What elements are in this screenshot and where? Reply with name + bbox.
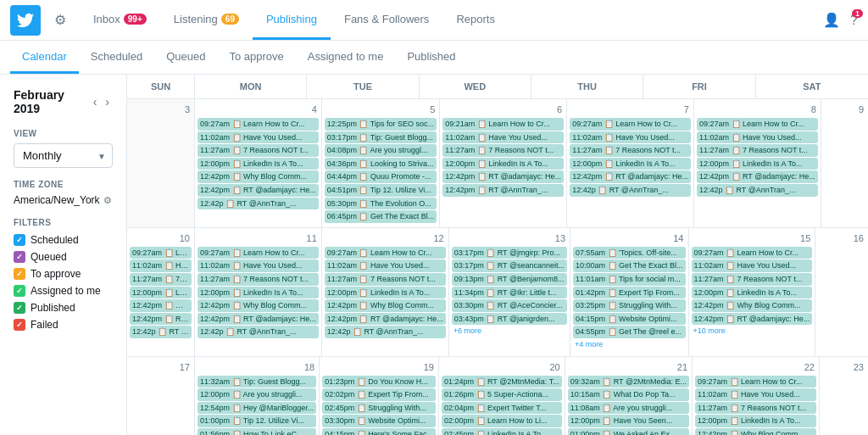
calendar-event[interactable]: 12:42pm 📋 RT @adamjayc: He... [442,170,564,183]
calendar-event[interactable]: 03:17pm 📋 RT @jmgirp: Pro... [452,247,567,259]
calendar-event[interactable]: 04:55pm 📋 Get The @reel e... [573,326,685,338]
calendar-event[interactable]: 12:42pm 📋 RT @adamjayc: He... [198,184,319,197]
calendar-event[interactable]: 12:42pm 📋 Why Blog Comm... [198,170,319,183]
filter-to-approve[interactable]: To approve [14,268,113,280]
more-events-link[interactable]: +10 more [692,326,813,336]
calendar-event[interactable]: 11:02am 📋 Have You Used... [570,131,691,144]
calendar-event[interactable]: 12:42pm 📋 Why Blog Comm... [198,299,319,312]
twitter-logo[interactable] [10,5,41,36]
calendar-event[interactable]: 11:27am 📋 7 Reasons NOT t... [198,273,319,286]
calendar-event[interactable]: 01:56pm 📋 How To Link eC... [198,428,316,435]
calendar-event[interactable]: 05:30pm 📋 The Evolution O... [325,198,437,210]
calendar-event[interactable]: 03:17pm 📋 RT @seancanneit... [452,259,567,272]
calendar-event[interactable]: 12:00pm 📋 LinkedIn Is A To... [570,158,691,170]
calendar-event[interactable]: 03:30pm 📋 Website Optimi... [322,415,436,427]
calendar-event[interactable]: 01:00pm 📋 Tip 12. Utilize Vi... [198,415,316,427]
calendar-event[interactable]: 04:51pm 📋 Tip 12. Utilize Vi... [325,184,437,197]
calendar-event[interactable]: 12:00pm 📋 LinkedIn Is A To... [692,287,813,299]
calendar-event[interactable]: 11:27am 📋 7 Reasons NOT t... [697,144,818,157]
calendar-event[interactable]: 12:42pm 📋 RT @adamjayc: He... [570,170,691,183]
subnav-calendar[interactable]: Calendar [10,42,79,74]
subnav-scheduled[interactable]: Scheduled [79,42,154,74]
filter-queued[interactable]: Queued [14,251,113,263]
calendar-event[interactable]: 09:27am 📋 Learn How to Cr... [570,118,691,131]
calendar-day-0-1[interactable]: 409:27am 📋 Learn How to Cr...11:02am 📋 H… [195,99,322,227]
calendar-event[interactable]: 04:08pm 📋 Are you struggl... [325,144,437,157]
calendar-day-1-1[interactable]: 1109:27am 📋 Learn How to Cr...11:02am 📋 … [195,228,322,356]
calendar-event[interactable]: 09:21am 📋 Learn How to Cr... [442,118,564,131]
calendar-day-1-3[interactable]: 1303:17pm 📋 RT @jmgirp: Pro...03:17pm 📋 … [449,228,570,356]
calendar-event[interactable]: 12:42pm 📋 RT @adamjayc: He... [130,313,192,326]
calendar-event[interactable]: 10:15am 📋 What Do Pop Ta... [568,388,689,401]
filter-assigned[interactable]: Assigned to me [14,285,113,297]
calendar-event[interactable]: 11:34pm 📋 RT @Ikr: Little t... [452,287,567,299]
filter-scheduled[interactable]: Scheduled [14,234,113,246]
calendar-event[interactable]: 12:42pm 📋 Why Blog Comm... [130,299,192,312]
calendar-event[interactable]: 03:17pm 📋 Tip: Guest Blogg... [325,131,437,144]
calendar-event[interactable]: 12:00pm 📋 LinkedIn Is A To... [697,158,818,170]
calendar-event[interactable]: 11:02am 📋 Have You Used... [697,131,818,144]
calendar-event[interactable]: 09:32am 📋 RT @2MtnMedia: E... [568,376,689,388]
calendar-event[interactable]: 01:42pm 📋 Expert Tip From... [573,287,685,299]
calendar-day-2-3[interactable]: 2001:24pm 📋 RT @2MtnMedia: T...01:26pm 📋… [439,357,565,436]
calendar-event[interactable]: 11:02am 📋 Have You Used... [442,131,564,144]
calendar-day-1-6[interactable]: 16 [815,228,868,356]
filter-published[interactable]: Published [14,302,113,314]
calendar-day-2-5[interactable]: 2209:27am 📋 Learn How to Cr...11:02am 📋 … [693,357,820,436]
calendar-event[interactable]: 10:00am 📋 Get The Exact Bl... [573,259,685,272]
calendar-day-0-5[interactable]: 809:27am 📋 Learn How to Cr...11:02am 📋 H… [694,99,821,227]
subnav-published[interactable]: Published [395,42,467,74]
calendar-event[interactable]: 01:00pm 📋 We Asked An Ex... [568,428,689,435]
calendar-day-0-0[interactable]: 3 [127,99,195,227]
nav-item-listening[interactable]: Listening 69 [160,1,253,40]
calendar-event[interactable]: 11:08am 📋 Are you struggli... [568,402,689,415]
calendar-event[interactable]: 11:02am 📋 Have You Used... [130,259,192,272]
calendar-event[interactable]: 02:00pm 📋 Learn How to Li... [442,415,562,427]
calendar-event[interactable]: 09:27am 📋 Learn How to Cr... [692,247,813,259]
calendar-day-0-4[interactable]: 709:27am 📋 Learn How to Cr...11:02am 📋 H… [567,99,694,227]
calendar-day-0-6[interactable]: 9 [821,99,868,227]
calendar-event[interactable]: 09:27am 📋 Learn How to Cr... [325,247,446,259]
calendar-event[interactable]: 12:42p 📋 RT @AnnTran_... [130,326,192,338]
calendar-event[interactable]: 03:25pm 📋 Struggling With... [573,299,685,312]
calendar-event[interactable]: 11:02am 📋 Have You Used... [198,131,319,144]
calendar-event[interactable]: 04:15pm 📋 Website Optimi... [573,313,685,326]
next-month-button[interactable]: › [102,93,113,110]
calendar-day-2-2[interactable]: 1901:23pm 📋 Do You Know H...02:02pm 📋 Ex… [320,357,439,436]
calendar-event[interactable]: 12:42p 📋 RT @AnnTran_... [570,184,691,197]
calendar-event[interactable]: 09:27am 📋 Learn How to Cr... [130,247,192,259]
calendar-event[interactable]: 09:27am 📋 Learn How to Cr... [695,376,816,388]
calendar-event[interactable]: 02:02pm 📋 Expert Tip From... [322,388,436,401]
calendar-day-1-5[interactable]: 1509:27am 📋 Learn How to Cr...11:02am 📋 … [689,228,816,356]
calendar-event[interactable]: 12:00pm 📋 LinkedIn Is A To... [325,287,446,299]
calendar-event[interactable]: 12:42pm 📋 RT @adamjayc: He... [692,313,813,326]
calendar-event[interactable]: 12:42pm 📋 RT @AnnTran_... [442,184,564,197]
subnav-to-approve[interactable]: To approve [217,42,295,74]
alert-icon[interactable]: ? 1 [850,13,858,28]
calendar-event[interactable]: 12:00pm 📋 Are you struggli... [198,388,316,401]
calendar-day-0-2[interactable]: 512:25pm 📋 Tips for SEO soc...03:17pm 📋 … [322,99,440,227]
calendar-event[interactable]: 02:04pm 📋 Expert Twitter T... [442,402,562,415]
calendar-event[interactable]: 03:43pm 📋 RT @janigrden... [452,313,567,326]
calendar-event[interactable]: 11:32am 📋 Tip: Guest Blogg... [198,376,316,388]
subnav-queued[interactable]: Queued [154,42,217,74]
gear-icon[interactable]: ⚙ [54,12,66,28]
subnav-assigned[interactable]: Assigned to me [296,42,396,74]
calendar-event[interactable]: 11:01am 📋 Tips for social m... [573,273,685,286]
calendar-event[interactable]: 04:36pm 📋 Looking to Striva... [325,158,437,170]
calendar-day-2-0[interactable]: 17 [127,357,195,436]
calendar-event[interactable]: 12:42pm 📋 Why Blog Comm... [695,428,816,435]
calendar-event[interactable]: 11:27am 📋 7 Reasons NOT t... [325,273,446,286]
calendar-event[interactable]: 12:42pm 📋 RT @adamjayc: He... [697,170,818,183]
calendar-event[interactable]: 12:00pm 📋 LinkedIn Is A To... [198,158,319,170]
calendar-event[interactable]: 11:02am 📋 Have You Used... [198,259,319,272]
calendar-day-2-1[interactable]: 1811:32am 📋 Tip: Guest Blogg...12:00pm 📋… [195,357,320,436]
calendar-event[interactable]: 12:00pm 📋 LinkedIn Is A To... [442,158,564,170]
calendar-day-0-3[interactable]: 609:21am 📋 Learn How to Cr...11:02am 📋 H… [440,99,567,227]
calendar-event[interactable]: 11:02am 📋 Have You Used... [695,388,816,401]
calendar-event[interactable]: 12:42pm 📋 RT @adamjayc: He... [325,313,446,326]
calendar-event[interactable]: 11:27am 📋 7 Reasons NOT t... [130,273,192,286]
calendar-event[interactable]: 04:15pm 📋 Here's Some Fac... [322,428,436,435]
nav-item-fans[interactable]: Fans & Followers [331,1,442,40]
calendar-event[interactable]: 09:27am 📋 Learn How to Cr... [697,118,818,131]
